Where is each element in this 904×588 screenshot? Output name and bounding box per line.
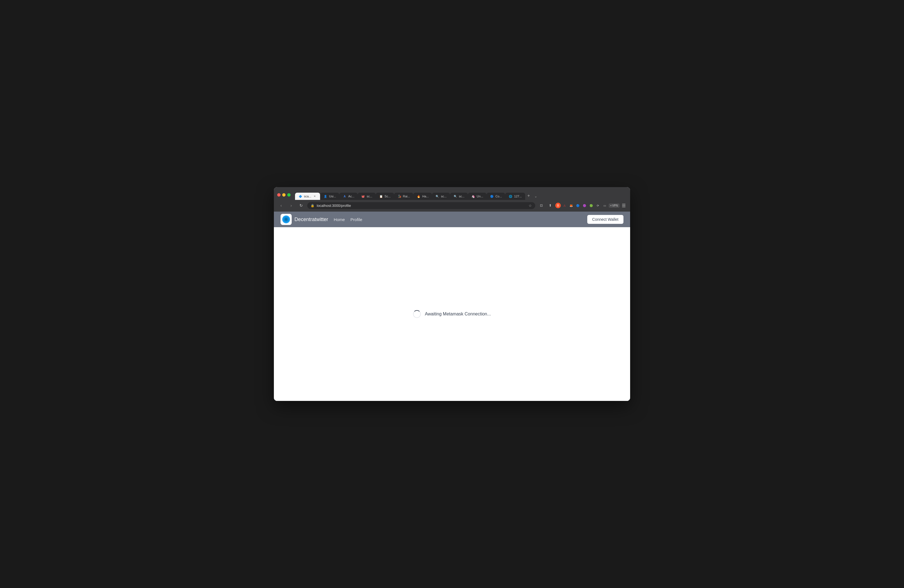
tab-favicon: 🔵 <box>490 194 494 198</box>
bookmark-icon[interactable]: ☆ <box>529 204 532 208</box>
navbar-right: Connect Wallet <box>587 215 623 224</box>
tab-label: sc... <box>459 194 465 198</box>
metamask-icon[interactable]: 🦊 <box>568 202 574 209</box>
url-text: localhost:3000/profile <box>317 204 526 208</box>
tab-favicon: 🌐 <box>509 194 512 198</box>
tab-label: Un... <box>477 194 483 198</box>
tab-overflow-button[interactable]: ⌄ <box>532 193 539 200</box>
menu-button[interactable]: ☰ <box>621 202 627 209</box>
connect-wallet-button[interactable]: Connect Wallet <box>587 215 623 224</box>
reload-button[interactable]: ↻ <box>297 202 305 209</box>
svg-point-2 <box>285 218 288 221</box>
logo-svg <box>282 215 291 224</box>
tab-favicon: 🔍 <box>454 194 457 198</box>
loading-container: Awaiting Metamask Connection... <box>413 310 491 318</box>
brave-icon[interactable]: B <box>555 203 561 208</box>
tab-favicon: 🔍 <box>435 194 439 198</box>
profile-nav-link[interactable]: Profile <box>351 217 362 222</box>
app-content: Decentratwitter Home Profile Connect Wal… <box>274 212 630 401</box>
tab-item[interactable]: 🔥 Ha... <box>413 193 432 200</box>
minimize-button[interactable] <box>282 193 286 196</box>
tab-favicon: 🦄 <box>471 194 475 198</box>
app-logo-icon <box>281 214 292 225</box>
browser-actions: ⊡ ⬆ B ⚠ 🦊 🔵 🟣 🟢 ⟳ ▭ • VPN ☰ <box>537 202 627 209</box>
browser-window: 🔷 sca... ✕ 👤 Usi... A Ac... 🐙 sc... <box>274 187 630 401</box>
tab-favicon: 🔷 <box>299 194 302 198</box>
title-bar: 🔷 sca... ✕ 👤 Usi... A Ac... 🐙 sc... <box>274 187 630 200</box>
tab-item[interactable]: 🌐 127... <box>505 193 525 200</box>
tab-label: Ac... <box>348 194 354 198</box>
extension-icon[interactable]: 🔵 <box>575 202 581 209</box>
tab-favicon: 👤 <box>323 194 327 198</box>
tab-label: Co... <box>495 194 502 198</box>
tab-item[interactable]: 👤 Usi... <box>320 193 339 200</box>
extension-icon-3[interactable]: 🟢 <box>588 202 594 209</box>
tab-favicon: 🔥 <box>417 194 420 198</box>
tab-close-button[interactable]: ✕ <box>313 194 317 198</box>
forward-button[interactable]: › <box>287 202 295 209</box>
loading-message: Awaiting Metamask Connection... <box>425 311 491 316</box>
app-nav-links: Home Profile <box>334 217 362 222</box>
tab-label: sc... <box>441 194 446 198</box>
tab-label: Ha... <box>422 194 428 198</box>
extension-icon-4[interactable]: ⟳ <box>595 202 601 209</box>
back-button[interactable]: ‹ <box>277 202 285 209</box>
app-logo-text: Decentratwitter <box>294 217 328 223</box>
tab-label: sc... <box>367 194 372 198</box>
share-icon[interactable]: ⬆ <box>546 202 554 209</box>
active-tab[interactable]: 🔷 sca... ✕ <box>295 193 320 200</box>
tab-item[interactable]: 🚂 Rai... <box>394 193 414 200</box>
tab-label: Sc... <box>385 194 391 198</box>
tab-favicon: 🐙 <box>361 194 365 198</box>
vpn-badge[interactable]: • VPN <box>609 204 620 208</box>
home-nav-link[interactable]: Home <box>334 217 345 222</box>
tab-item[interactable]: 📋 Sc... <box>376 193 394 200</box>
tab-favicon: 📋 <box>379 194 383 198</box>
browser-chrome: 🔷 sca... ✕ 👤 Usi... A Ac... 🐙 sc... <box>274 187 630 212</box>
tab-label: Rai... <box>403 194 410 198</box>
tab-item[interactable]: A Ac... <box>339 193 358 200</box>
extension-icon-2[interactable]: 🟣 <box>582 202 588 209</box>
app-navbar: Decentratwitter Home Profile Connect Wal… <box>274 212 630 227</box>
main-content: Awaiting Metamask Connection... <box>274 227 630 401</box>
tab-favicon: 🚂 <box>397 194 401 198</box>
tab-item[interactable]: 🔵 Co... <box>487 193 505 200</box>
tab-favicon: A <box>343 194 346 198</box>
address-bar-row: ‹ › ↻ 🔒 localhost:3000/profile ☆ ⊡ ⬆ B ⚠… <box>274 200 630 212</box>
screen-cast-icon[interactable]: ⊡ <box>537 202 545 209</box>
address-bar[interactable]: 🔒 localhost:3000/profile ☆ <box>307 202 535 209</box>
secure-icon: 🔒 <box>311 204 315 207</box>
close-button[interactable] <box>277 193 281 196</box>
maximize-button[interactable] <box>287 193 291 196</box>
tab-label: 127... <box>514 194 522 198</box>
browser-tabs: 🔷 sca... ✕ 👤 Usi... A Ac... 🐙 sc... <box>293 191 542 200</box>
tab-label: Usi... <box>329 194 336 198</box>
tab-label: sca... <box>304 194 311 198</box>
extension-icons: B ⚠ 🦊 🔵 🟣 🟢 ⟳ ▭ <box>555 202 608 209</box>
tab-item[interactable]: 🔍 sc... <box>432 193 450 200</box>
tab-item[interactable]: 🦄 Un... <box>468 193 487 200</box>
new-tab-button[interactable]: + <box>525 191 532 200</box>
tab-item[interactable]: 🔍 sc... <box>450 193 468 200</box>
traffic-lights <box>277 193 291 196</box>
loading-spinner <box>413 310 421 318</box>
app-logo[interactable]: Decentratwitter <box>281 214 328 225</box>
alert-icon[interactable]: ⚠ <box>561 202 567 209</box>
tab-item[interactable]: 🐙 sc... <box>358 193 375 200</box>
sidebar-toggle-icon[interactable]: ▭ <box>601 202 608 209</box>
